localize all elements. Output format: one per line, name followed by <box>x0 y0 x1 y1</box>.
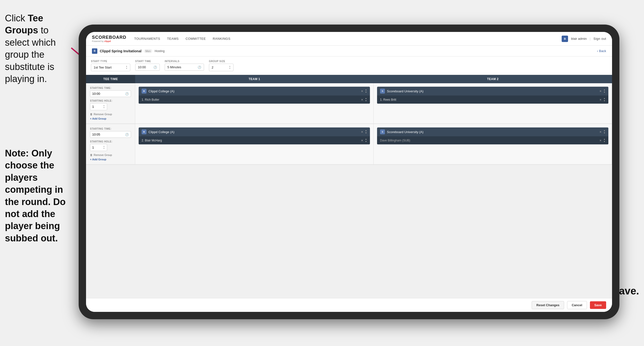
remove-group-button-1[interactable]: 🗑 Remove Group <box>90 113 131 116</box>
nav-right: B blair admin | Sign out <box>562 36 606 42</box>
start-time-input[interactable]: 10:00 🕐 <box>135 64 160 71</box>
logo-area: SCOREBOARD Powered by clippd <box>92 35 126 42</box>
team-icon-2-1: S <box>380 89 385 94</box>
remove-player-1-1[interactable]: × <box>361 98 363 102</box>
save-button[interactable]: Save <box>590 301 606 309</box>
player-name-2-2: Dave Billingham (SUB) <box>380 139 598 142</box>
tablet-frame: SCOREBOARD Powered by clippd TOURNAMENTS… <box>79 24 620 319</box>
groups-area: STARTING TIME: 10:00 🕐 STARTING HOLE: 1 … <box>86 83 612 298</box>
remove-team-1-2[interactable]: × <box>361 130 363 134</box>
intervals-input[interactable]: 5 Minutes 🕐 <box>165 64 204 71</box>
player-arrows-1-2[interactable]: ▲▼ <box>365 138 367 143</box>
breadcrumb-icon: B <box>92 48 97 54</box>
group-team2-1: S Scoreboard University (A) × ▲▼ <box>374 83 612 123</box>
nav-committee[interactable]: COMMITTEE <box>186 36 206 41</box>
remove-group-button-2[interactable]: 🗑 Remove Group <box>90 153 131 156</box>
cancel-button[interactable]: Cancel <box>567 301 587 309</box>
team-card-1-2: B Clippd College (A) × ▲▼ 2. <box>139 127 370 144</box>
player-arrows-2-2[interactable]: ▲▼ <box>604 138 606 143</box>
group-left-2: STARTING TIME: 10:05 🕐 STARTING HOLE: 1 … <box>86 124 135 164</box>
admin-label: blair admin <box>571 37 587 40</box>
start-type-input[interactable]: 1st Tee Start ▲▼ <box>91 64 130 71</box>
start-type-field: Start Type 1st Tee Start ▲▼ <box>91 60 130 71</box>
team-name-1-1: Clippd College (A) <box>148 89 359 93</box>
group-team1-2: B Clippd College (A) × ▲▼ 2. <box>135 124 374 164</box>
player-card-1-2: 2. Blair McHarg × ▲▼ <box>139 136 370 144</box>
card-arrows-1-2[interactable]: ▲▼ <box>365 129 367 134</box>
event-badge: Men <box>144 49 152 53</box>
instruction-text-top: Click Tee Groups to select which group t… <box>0 7 76 90</box>
start-type-label: Start Type <box>91 60 130 63</box>
player-actions-2-2: × ▲▼ <box>600 138 606 143</box>
card-actions-1-2: × ▲▼ <box>361 129 367 134</box>
player-actions-1-2: × ▲▼ <box>361 138 367 143</box>
team-name-2-2: Scoreboard University (A) <box>387 130 598 134</box>
remove-player-2-1[interactable]: × <box>600 98 602 102</box>
player-actions-2-1: × ▲▼ <box>600 97 606 102</box>
team-card-1-1: B Clippd College (A) × ▲▼ 1. <box>139 87 370 104</box>
trash-icon-1: 🗑 <box>90 113 93 116</box>
sub-header: B Clippd Spring Invitational Men Hosting… <box>86 46 612 56</box>
trash-icon-2: 🗑 <box>90 153 93 156</box>
starting-hole-label-2: STARTING HOLE: <box>90 140 131 143</box>
team-icon-1-1: B <box>142 89 146 94</box>
team-icon-2-2: S <box>380 129 385 134</box>
team-card-header-2-2: S Scoreboard University (A) × ▲▼ <box>377 127 608 136</box>
team-icon-1-2: B <box>142 129 146 134</box>
back-button[interactable]: ‹ Back <box>597 49 606 53</box>
team-name-2-1: Scoreboard University (A) <box>387 89 598 93</box>
player-arrows-2-1[interactable]: ▲▼ <box>604 97 606 102</box>
team-name-1-2: Clippd College (A) <box>148 130 359 134</box>
note-label: Note: Only choose the players competing … <box>5 148 66 243</box>
group-size-input[interactable]: 2 ▲▼ <box>209 64 234 71</box>
starting-hole-label-1: STARTING HOLE: <box>90 99 131 102</box>
remove-team-1-1[interactable]: × <box>361 89 363 93</box>
team-card-2-2: S Scoreboard University (A) × ▲▼ <box>377 127 608 144</box>
card-actions-2-2: × ▲▼ <box>600 129 606 134</box>
add-group-button-1[interactable]: + Add Group <box>90 117 131 120</box>
team-card-header-1-1: B Clippd College (A) × ▲▼ <box>139 87 370 95</box>
player-card-1-1: 1. Rich Butler × ▲▼ <box>139 95 370 104</box>
event-title: Clippd Spring Invitational <box>100 49 142 53</box>
player-card-2-1: 1. Rees Britt × ▲▼ <box>377 95 608 104</box>
hole-input-1[interactable]: 1 ▲▼ <box>90 103 107 110</box>
remove-player-1-2[interactable]: × <box>361 138 363 142</box>
remove-team-2-1[interactable]: × <box>600 89 602 93</box>
card-arrows-1-1[interactable]: ▲▼ <box>365 89 367 93</box>
time-input-1[interactable]: 10:00 🕐 <box>90 90 131 97</box>
player-name-1-1: 1. Rich Butler <box>142 98 359 101</box>
remove-team-2-2[interactable]: × <box>600 130 602 134</box>
starting-time-label-2: STARTING TIME: <box>90 127 131 130</box>
remove-player-2-2[interactable]: × <box>600 138 602 142</box>
player-name-1-2: 2. Blair McHarg <box>142 139 359 142</box>
th-team2: Team 2 <box>374 75 612 83</box>
card-arrows-2-2[interactable]: ▲▼ <box>604 129 606 134</box>
group-size-label: Group Size <box>209 60 234 63</box>
intervals-field: Intervals 5 Minutes 🕐 <box>165 60 204 71</box>
reset-changes-button[interactable]: Reset Changes <box>532 301 564 309</box>
nav-tournaments[interactable]: TOURNAMENTS <box>134 36 160 41</box>
nav-links: TOURNAMENTS TEAMS COMMITTEE RANKINGS <box>134 36 562 41</box>
footer-bar: Reset Changes Cancel Save <box>86 298 612 312</box>
time-input-2[interactable]: 10:05 🕐 <box>90 131 131 138</box>
card-actions-2-1: × ▲▼ <box>600 89 606 93</box>
start-time-field: Start Time 10:00 🕐 <box>135 60 160 71</box>
player-arrows-1-1[interactable]: ▲▼ <box>365 97 367 102</box>
tablet-screen: SCOREBOARD Powered by clippd TOURNAMENTS… <box>86 32 612 312</box>
player-actions-1-1: × ▲▼ <box>361 97 367 102</box>
add-group-button-2[interactable]: + Add Group <box>90 158 131 161</box>
hole-input-2[interactable]: 1 ▲▼ <box>90 144 107 151</box>
card-arrows-2-1[interactable]: ▲▼ <box>604 89 606 93</box>
intervals-label: Intervals <box>165 60 204 63</box>
nav-rankings[interactable]: RANKINGS <box>212 36 230 41</box>
group-left-1: STARTING TIME: 10:00 🕐 STARTING HOLE: 1 … <box>86 83 135 123</box>
tee-groups-bold: Tee Groups <box>5 13 43 35</box>
team-card-2-1: S Scoreboard University (A) × ▲▼ <box>377 87 608 104</box>
nav-teams[interactable]: TEAMS <box>167 36 179 41</box>
sign-out-link[interactable]: Sign out <box>593 36 606 41</box>
group-row-2: STARTING TIME: 10:05 🕐 STARTING HOLE: 1 … <box>86 124 612 165</box>
note-text: Note: Only choose the players competing … <box>0 142 76 249</box>
group-row-1: STARTING TIME: 10:00 🕐 STARTING HOLE: 1 … <box>86 83 612 124</box>
player-card-2-2: Dave Billingham (SUB) × ▲▼ <box>377 136 608 144</box>
hosting-badge: Hosting <box>154 49 165 53</box>
